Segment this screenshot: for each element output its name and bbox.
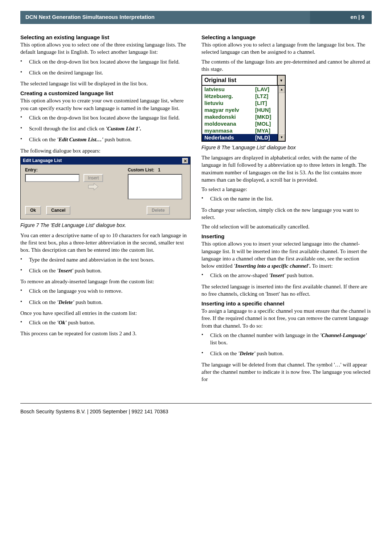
- bullet-icon: •: [20, 287, 29, 295]
- heading-inserting: Inserting: [201, 233, 372, 239]
- para: This option allows you to select one of …: [20, 41, 191, 56]
- list-item: •Click on the arrow-shaped 'Insert' push…: [201, 272, 372, 279]
- chevron-down-icon[interactable]: ▼: [277, 76, 285, 85]
- list-item[interactable]: latviesu[LAV]: [202, 86, 278, 93]
- bullet-icon: •: [201, 195, 210, 202]
- para: This option allows you to create your ow…: [20, 97, 191, 112]
- para: Once you have specified all entries in t…: [20, 309, 191, 317]
- list-item[interactable]: myanmasa[MYA]: [202, 127, 278, 134]
- header-title: DCN Next Generation Simultaneous Interpr…: [20, 11, 310, 24]
- list-item: •Scroll through the list and click on 'C…: [20, 125, 191, 132]
- bullet-icon: •: [201, 350, 210, 357]
- bullet-icon: •: [20, 256, 29, 263]
- arrow-right-icon: [87, 182, 99, 191]
- entry-label: Entry:: [25, 167, 117, 173]
- bullet-icon: •: [20, 69, 29, 76]
- list-item[interactable]: Nederlands[NLD]: [202, 134, 278, 141]
- figure-7-caption: Figure 7 The 'Edit Language List' dialog…: [20, 222, 191, 228]
- para: The following dialogue box appears:: [20, 147, 191, 154]
- entry-name-input[interactable]: [25, 174, 79, 182]
- para: To assign a language to a specific chann…: [201, 307, 372, 329]
- ok-button[interactable]: Ok: [25, 206, 41, 215]
- para: The contents of the language lists are p…: [201, 58, 372, 73]
- custom-list-box[interactable]: [128, 174, 182, 199]
- header-page: en | 9: [310, 11, 372, 24]
- para: The language will be deleted from that c…: [201, 361, 372, 383]
- heading-create-custom: Creating a customized language list: [20, 90, 191, 96]
- list-item: •Click on the 'Insert' push button.: [20, 267, 191, 274]
- para: The selected language list will be displ…: [20, 80, 191, 87]
- bullet-icon: •: [20, 114, 29, 121]
- page-header: DCN Next Generation Simultaneous Interpr…: [20, 11, 372, 24]
- para: This process can be repeated for custom …: [20, 330, 191, 337]
- custom-list-label: Custom List: 1: [128, 167, 186, 173]
- bullet-icon: •: [20, 319, 29, 326]
- bullet-icon: •: [20, 58, 29, 65]
- dropdown-selected-text: Original list: [202, 76, 277, 85]
- list-item: •Click on the drop-down list box located…: [20, 114, 191, 121]
- list-item: •Click on the desired language list.: [20, 69, 191, 76]
- left-column: Selecting an existing language list This…: [20, 31, 191, 385]
- close-icon[interactable]: ✕: [182, 158, 188, 163]
- dropdown-selected[interactable]: Original list ▼: [202, 76, 285, 86]
- dialog-body: Entry: Insert Custom List: 1: [21, 165, 190, 219]
- heading-inserting-specific: Inserting into a specific channel: [201, 300, 372, 307]
- cancel-button[interactable]: Cancel: [46, 206, 70, 215]
- scroll-up-icon[interactable]: ▲: [278, 86, 285, 93]
- para: To remove an already-inserted language f…: [20, 278, 191, 285]
- content: Selecting an existing language list This…: [0, 24, 392, 396]
- scrollbar[interactable]: ▲ ▼: [278, 86, 285, 141]
- para: This option allows you to insert your se…: [201, 240, 372, 270]
- scroll-track[interactable]: [278, 93, 285, 134]
- insert-button[interactable]: Insert: [83, 174, 103, 182]
- list-item: •Click on the channel number with langua…: [201, 332, 372, 347]
- dialog-title-text: Edit Language List: [23, 158, 62, 163]
- bullet-icon: •: [20, 125, 29, 132]
- list-item: •Click on the name in the list.: [201, 195, 372, 202]
- edit-language-list-dialog: Edit Language List ✕ Entry: Insert: [20, 157, 191, 219]
- page-footer: Bosch Security Systems B.V. | 2005 Septe…: [20, 403, 372, 425]
- list-item[interactable]: lietuviu[LIT]: [202, 100, 278, 106]
- list-item[interactable]: moldoveana[MOL]: [202, 120, 278, 127]
- dropdown-list: latviesu[LAV] lëtzebuerg.[LTZ] lietuviu[…: [202, 86, 285, 141]
- para: To select a language:: [201, 186, 372, 193]
- list-item[interactable]: makedonski[MKD]: [202, 113, 278, 120]
- list-item: •Click on the 'Ok' push button.: [20, 319, 191, 326]
- dialog-titlebar: Edit Language List ✕: [21, 157, 190, 165]
- list-item: •Click on the 'Edit Custom List…' push b…: [20, 136, 191, 143]
- heading-selecting-language: Selecting a language: [201, 34, 372, 40]
- list-item[interactable]: magyar nyelv[HUN]: [202, 106, 278, 113]
- delete-button[interactable]: Delete: [147, 206, 170, 215]
- para: The selected language is inserted into t…: [201, 283, 372, 298]
- figure-8-caption: Figure 8 The 'Language List' dialogue bo…: [201, 145, 372, 150]
- list-item: •Type the desired name and abbreviation …: [20, 256, 191, 263]
- list-item: •Click on the language you wish to remov…: [20, 287, 191, 295]
- dropdown-items: latviesu[LAV] lëtzebuerg.[LTZ] lietuviu[…: [202, 86, 278, 141]
- scroll-down-icon[interactable]: ▼: [278, 134, 285, 141]
- language-dropdown: Original list ▼ latviesu[LAV] lëtzebuerg…: [201, 75, 286, 142]
- para: This option allows you to select a langu…: [201, 41, 372, 56]
- bullet-icon: •: [20, 267, 29, 274]
- para: The languages are displayed in alphabeti…: [201, 154, 372, 183]
- list-item: •Click on the drop-down list box located…: [20, 58, 191, 65]
- bullet-icon: •: [201, 272, 210, 279]
- para: To change your selection, simply click o…: [201, 206, 372, 221]
- bullet-icon: •: [201, 332, 210, 347]
- para: The old selection will be automatically …: [201, 223, 372, 230]
- right-column: Selecting a language This option allows …: [201, 31, 372, 385]
- bullet-icon: •: [20, 136, 29, 143]
- list-item: •Click on the 'Delete' push button.: [20, 299, 191, 306]
- list-item: •Click on the 'Delete' push button.: [201, 350, 372, 357]
- heading-select-existing: Selecting an existing language list: [20, 34, 191, 40]
- para: You can enter a descriptive name of up t…: [20, 232, 191, 254]
- list-item[interactable]: lëtzebuerg.[LTZ]: [202, 93, 278, 100]
- bullet-icon: •: [20, 299, 29, 306]
